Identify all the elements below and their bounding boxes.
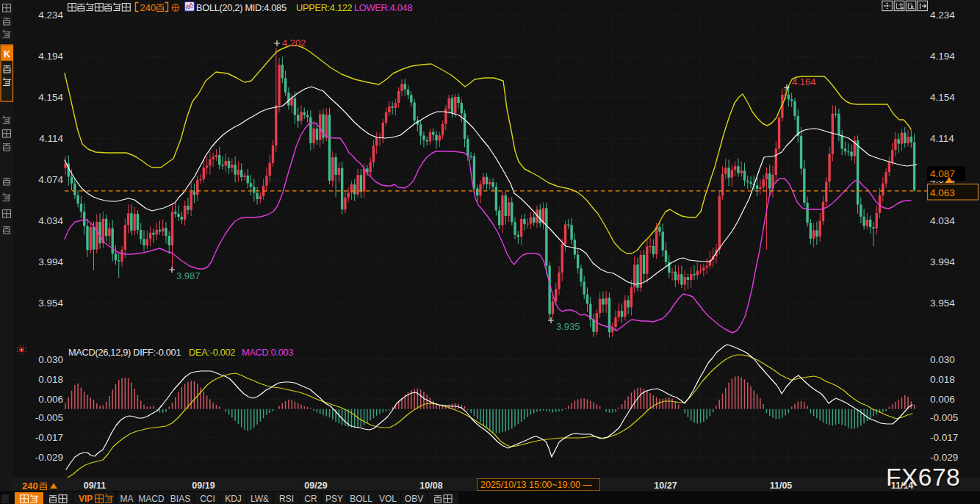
svg-text:-0.029: -0.029: [930, 452, 958, 463]
svg-text:OBV: OBV: [405, 494, 423, 504]
svg-text:0.030: 0.030: [930, 354, 955, 365]
svg-text:4.234: 4.234: [930, 10, 955, 21]
svg-text:MACD(26,12,9) DIFF:-0.001: MACD(26,12,9) DIFF:-0.001: [68, 347, 181, 358]
svg-text:-0.017: -0.017: [930, 432, 958, 443]
svg-text:RSI: RSI: [279, 494, 294, 504]
svg-text:4.194: 4.194: [38, 51, 63, 62]
svg-text:K: K: [4, 49, 10, 60]
svg-text:4.063: 4.063: [930, 187, 955, 198]
svg-text:4.154: 4.154: [930, 92, 955, 103]
svg-text:4.034: 4.034: [38, 215, 63, 226]
svg-text:VOL: VOL: [379, 494, 397, 504]
svg-text:CR: CR: [304, 494, 317, 504]
svg-text:-0.005: -0.005: [35, 412, 63, 423]
svg-text:3.954: 3.954: [38, 298, 63, 309]
svg-text:09/29: 09/29: [304, 480, 327, 491]
svg-text:PSY: PSY: [325, 494, 343, 504]
svg-text:3.994: 3.994: [930, 256, 955, 267]
svg-text:09/19: 09/19: [192, 480, 215, 491]
svg-text:3.954: 3.954: [930, 298, 955, 309]
svg-text:0.030: 0.030: [38, 354, 63, 365]
svg-text:4.074: 4.074: [38, 174, 63, 185]
svg-text:KDJ: KDJ: [225, 494, 242, 504]
svg-text:2025/10/13 15:00~19:00 —: 2025/10/13 15:00~19:00 —: [480, 480, 592, 490]
svg-text:LW&: LW&: [251, 494, 269, 504]
svg-text:4.034: 4.034: [930, 215, 955, 226]
svg-text:0.018: 0.018: [930, 374, 955, 385]
svg-text:3.994: 3.994: [38, 256, 63, 267]
svg-text:MACD: MACD: [138, 494, 165, 504]
svg-text:4.087: 4.087: [930, 168, 955, 179]
svg-text:4.234: 4.234: [38, 10, 63, 21]
svg-text:0.006: 0.006: [38, 394, 63, 405]
svg-text:240: 240: [22, 480, 38, 492]
svg-text:4.114: 4.114: [39, 133, 63, 144]
svg-text:4.164: 4.164: [792, 76, 816, 87]
svg-text:BOLL(20,2) MID:4.085: BOLL(20,2) MID:4.085: [196, 2, 287, 13]
svg-text:MACD:0.003: MACD:0.003: [242, 347, 293, 358]
svg-text:MA: MA: [120, 494, 134, 504]
svg-text:VIP: VIP: [79, 494, 93, 504]
svg-text:BOLL: BOLL: [350, 494, 372, 504]
svg-text:10/27: 10/27: [654, 480, 677, 491]
svg-text:240: 240: [140, 2, 156, 13]
svg-text:11/05: 11/05: [770, 480, 793, 491]
svg-text:BIAS: BIAS: [170, 494, 190, 504]
svg-text:4.202: 4.202: [282, 37, 306, 48]
svg-text:LOWER:4.048: LOWER:4.048: [354, 2, 412, 13]
svg-text:3.935: 3.935: [556, 321, 580, 332]
svg-text:-0.017: -0.017: [35, 432, 63, 443]
svg-text:0.018: 0.018: [38, 374, 63, 385]
svg-text:10/08: 10/08: [419, 480, 442, 491]
svg-text:-0.005: -0.005: [930, 412, 958, 423]
svg-text:4.194: 4.194: [930, 51, 955, 62]
svg-text:CCI: CCI: [200, 494, 215, 504]
svg-text:3.987: 3.987: [176, 270, 201, 281]
svg-text:FX678: FX678: [886, 464, 960, 491]
svg-text:0.006: 0.006: [930, 394, 955, 405]
svg-text:09/11: 09/11: [84, 480, 107, 491]
svg-text:4.154: 4.154: [38, 92, 63, 103]
svg-text:UPPER:4.122: UPPER:4.122: [296, 2, 353, 13]
svg-text:DEA:-0.002: DEA:-0.002: [189, 347, 235, 358]
svg-text:-0.029: -0.029: [35, 452, 63, 463]
svg-text:4.114: 4.114: [930, 133, 954, 144]
